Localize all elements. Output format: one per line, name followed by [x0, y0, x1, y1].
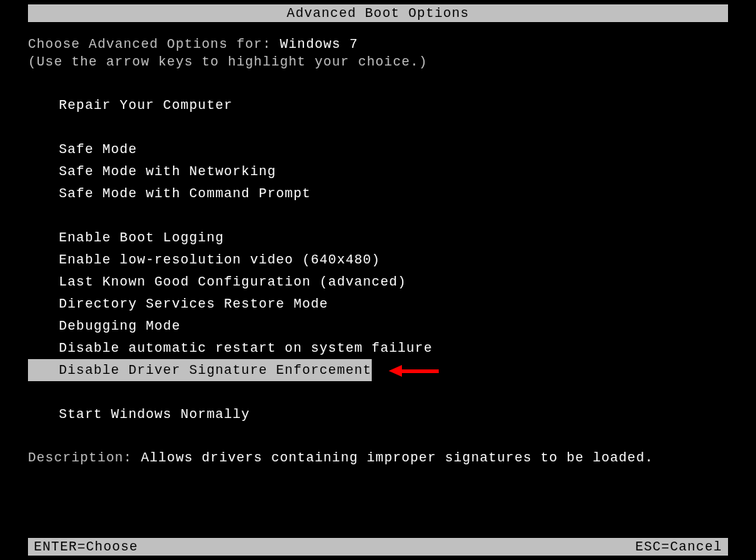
- menu-item-disable-automatic-restart[interactable]: Disable automatic restart on system fail…: [28, 337, 432, 359]
- description-label: Description:: [28, 450, 141, 465]
- footer-enter-choose: ENTER=Choose: [34, 539, 138, 554]
- menu-item-disable-driver-signature-enforcement[interactable]: Disable Driver Signature Enforcement: [28, 359, 372, 381]
- description-text: Allows drivers containing improper signa…: [141, 450, 653, 465]
- page-title: Advanced Boot Options: [28, 4, 728, 22]
- os-name: Windows 7: [280, 37, 358, 52]
- arrow-keys-hint: (Use the arrow keys to highlight your ch…: [28, 54, 746, 69]
- choose-advanced-options-line: Choose Advanced Options for: Windows 7: [28, 37, 746, 52]
- footer-esc-cancel: ESC=Cancel: [635, 539, 722, 554]
- choose-prefix: Choose Advanced Options for:: [28, 37, 280, 52]
- boot-menu: Repair Your Computer Safe Mode Safe Mode…: [28, 94, 746, 425]
- menu-item-repair-your-computer[interactable]: Repair Your Computer: [28, 94, 233, 116]
- menu-item-directory-services-restore-mode[interactable]: Directory Services Restore Mode: [28, 293, 328, 315]
- menu-item-last-known-good-configuration[interactable]: Last Known Good Configuration (advanced): [28, 271, 406, 293]
- menu-item-safe-mode-networking[interactable]: Safe Mode with Networking: [28, 160, 276, 182]
- footer-bar: ENTER=Choose ESC=Cancel: [28, 538, 728, 556]
- annotation-arrow-icon: [389, 365, 439, 377]
- menu-item-safe-mode-command-prompt[interactable]: Safe Mode with Command Prompt: [28, 182, 311, 205]
- menu-item-enable-low-resolution-video[interactable]: Enable low-resolution video (640x480): [28, 249, 381, 271]
- description-line: Description: Allows drivers containing i…: [28, 450, 728, 465]
- menu-item-safe-mode[interactable]: Safe Mode: [28, 138, 137, 160]
- menu-item-debugging-mode[interactable]: Debugging Mode: [28, 315, 180, 337]
- menu-item-enable-boot-logging[interactable]: Enable Boot Logging: [28, 227, 224, 249]
- menu-item-start-windows-normally[interactable]: Start Windows Normally: [28, 403, 250, 425]
